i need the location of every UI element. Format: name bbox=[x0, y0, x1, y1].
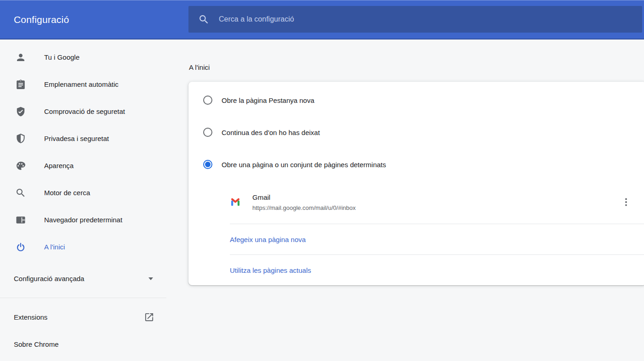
privacy-shield-icon bbox=[15, 133, 26, 144]
more-actions-button[interactable] bbox=[618, 194, 634, 210]
radio-option-new-tab[interactable]: Obre la pàgina Pestanya nova bbox=[188, 84, 644, 116]
sidebar-item-about-chrome[interactable]: Sobre Chrome bbox=[0, 331, 184, 358]
radio-label: Obre la pàgina Pestanya nova bbox=[222, 96, 314, 104]
startup-page-row: Gmail https://mail.google.com/mail/u/0/#… bbox=[188, 180, 644, 224]
page-title: Configuració bbox=[14, 14, 69, 25]
settings-sidebar: Tu i Google Emplenament automàtic Compro… bbox=[0, 39, 184, 358]
about-chrome-label: Sobre Chrome bbox=[14, 340, 59, 348]
sidebar-item-default-browser[interactable]: Navegador predeterminat bbox=[0, 206, 184, 233]
startup-page-url: https://mail.google.com/mail/u/0/#inbox bbox=[252, 204, 356, 211]
open-in-new-icon bbox=[144, 312, 154, 322]
use-current-pages-link[interactable]: Utilitza les pàgines actuals bbox=[230, 266, 311, 274]
startup-page-info: Gmail https://mail.google.com/mail/u/0/#… bbox=[252, 193, 356, 211]
sidebar-item-appearance[interactable]: Aparença bbox=[0, 152, 184, 179]
sidebar-item-label: Privadesa i seguretat bbox=[44, 135, 109, 142]
radio-label: Continua des d'on ho has deixat bbox=[222, 129, 320, 136]
sidebar-item-search-engine[interactable]: Motor de cerca bbox=[0, 179, 184, 206]
power-icon bbox=[15, 242, 26, 253]
search-icon bbox=[198, 14, 210, 25]
sidebar-item-label: Tu i Google bbox=[44, 53, 80, 61]
extensions-label: Extensions bbox=[14, 313, 47, 321]
radio-option-continue[interactable]: Continua des d'on ho has deixat bbox=[188, 116, 644, 148]
safety-check-icon bbox=[15, 106, 26, 117]
radio-option-specific-pages[interactable]: Obre una pàgina o un conjunt de pàgines … bbox=[188, 148, 644, 180]
add-new-page-link[interactable]: Afegeix una pàgina nova bbox=[230, 236, 306, 243]
search-input[interactable] bbox=[218, 15, 642, 24]
sidebar-item-on-startup[interactable]: A l'inici bbox=[0, 233, 184, 260]
browser-icon bbox=[15, 214, 26, 226]
sidebar-item-label: Aparença bbox=[44, 162, 74, 169]
radio-button[interactable] bbox=[203, 96, 212, 105]
add-page-row: Afegeix una pàgina nova bbox=[230, 224, 644, 254]
radio-button[interactable] bbox=[203, 128, 212, 137]
sidebar-item-label: Navegador predeterminat bbox=[44, 216, 122, 224]
advanced-settings-toggle[interactable]: Configuració avançada bbox=[0, 265, 166, 292]
sidebar-item-label: Motor de cerca bbox=[44, 189, 90, 197]
chevron-down-icon bbox=[148, 277, 153, 280]
sidebar-item-extensions[interactable]: Extensions bbox=[0, 304, 166, 331]
sidebar-divider bbox=[0, 298, 166, 298]
sidebar-item-you-and-google[interactable]: Tu i Google bbox=[0, 44, 184, 71]
sidebar-item-label: A l'inici bbox=[44, 243, 65, 251]
radio-button[interactable] bbox=[203, 160, 212, 169]
search-engine-icon bbox=[15, 187, 26, 198]
kebab-menu-icon bbox=[621, 197, 632, 208]
autofill-icon bbox=[15, 79, 26, 90]
settings-main: A l'inici Obre la pàgina Pestanya nova C… bbox=[188, 39, 644, 285]
gmail-icon bbox=[230, 197, 241, 208]
sidebar-item-label: Emplenament automàtic bbox=[44, 80, 119, 88]
on-startup-card: Obre la pàgina Pestanya nova Continua de… bbox=[188, 82, 644, 285]
section-title: A l'inici bbox=[188, 39, 644, 72]
person-icon bbox=[15, 52, 26, 63]
sidebar-item-autofill[interactable]: Emplenament automàtic bbox=[0, 71, 184, 98]
radio-label: Obre una pàgina o un conjunt de pàgines … bbox=[222, 161, 386, 169]
palette-icon bbox=[15, 160, 26, 171]
advanced-settings-label: Configuració avançada bbox=[14, 275, 84, 282]
settings-header: Configuració bbox=[0, 0, 644, 39]
use-current-row: Utilitza les pàgines actuals bbox=[230, 254, 644, 285]
sidebar-item-privacy[interactable]: Privadesa i seguretat bbox=[0, 125, 184, 152]
sidebar-item-label: Comprovació de seguretat bbox=[44, 107, 125, 115]
settings-search-box[interactable] bbox=[188, 6, 642, 33]
sidebar-item-safety-check[interactable]: Comprovació de seguretat bbox=[0, 98, 184, 125]
startup-page-title: Gmail bbox=[252, 193, 356, 201]
